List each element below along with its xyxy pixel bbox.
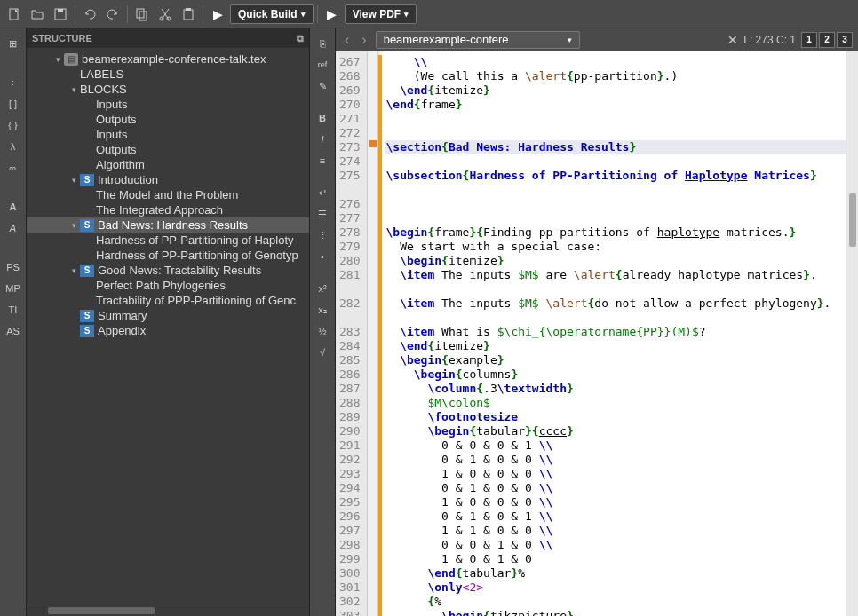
tree-label: Inputs	[96, 128, 127, 141]
main-area: ⊞ ÷ [ ] { } λ ∞ A A PS MP TI AS STRUCTUR…	[0, 28, 858, 616]
center-icon[interactable]: ≡	[313, 151, 332, 170]
list-icon[interactable]: ☰	[313, 204, 332, 224]
tree-label: Good News: Tractability Results	[98, 264, 261, 277]
italic-icon[interactable]: A	[4, 218, 23, 238]
tree-node[interactable]: Hardness of PP-Partitioning of Genotyp	[27, 248, 309, 263]
sec-icon: S	[80, 219, 94, 232]
tree-twisty[interactable]: ▾	[68, 176, 80, 185]
separator	[127, 5, 128, 23]
horizontal-scrollbar[interactable]	[27, 604, 309, 616]
tree-twisty[interactable]: ▾	[68, 221, 80, 230]
chevron-down-icon: ▾	[301, 10, 306, 19]
cut-icon[interactable]	[155, 4, 176, 25]
chevron-down-icon: ▾	[404, 10, 409, 19]
view-combo[interactable]: View PDF▾	[345, 4, 417, 24]
close-icon[interactable]: ✕	[727, 33, 738, 47]
tree-node[interactable]: Inputs	[27, 97, 309, 112]
sec-icon: S	[80, 265, 94, 277]
bracket-icon[interactable]: [ ]	[4, 94, 23, 114]
panel-title: STRUCTURE	[32, 33, 92, 43]
view-run-icon[interactable]: ▶	[322, 4, 343, 25]
tree-node[interactable]: Outputs	[27, 112, 309, 127]
vertical-toolbar: ⎘ ref ✎ B I ≡ ↵ ☰ ⋮ • x² x₂ ½ √	[309, 28, 336, 616]
nav-forward-icon[interactable]: ›	[358, 32, 369, 48]
left-symbol-bar: ⊞ ÷ [ ] { } λ ∞ A A PS MP TI AS	[0, 28, 27, 616]
tree-node[interactable]: Inputs	[27, 127, 309, 142]
new-file-icon[interactable]	[4, 4, 25, 25]
tree-node[interactable]: ▾BLOCKS	[27, 82, 309, 97]
tree-label: BLOCKS	[80, 83, 127, 96]
bold2-icon[interactable]: B	[313, 108, 332, 128]
code-editor[interactable]: 2672682692702712722732742752762772782792…	[336, 51, 858, 616]
separator	[203, 5, 203, 23]
view-1-button[interactable]: 1	[801, 32, 817, 48]
tree-label: LABELS	[80, 67, 123, 81]
tree-twisty[interactable]: ▾	[68, 266, 80, 275]
subscript-icon[interactable]: x₂	[313, 300, 332, 320]
frac2-icon[interactable]: ½	[313, 321, 332, 341]
svg-rect-8	[186, 8, 191, 11]
tree-twisty[interactable]: ▾	[52, 55, 64, 64]
tree-label: Introduction	[98, 173, 158, 186]
ti-icon[interactable]: TI	[4, 300, 23, 320]
item-icon[interactable]: •	[313, 247, 332, 266]
frac-icon[interactable]: ÷	[4, 73, 23, 92]
panel-detach-icon[interactable]: ⧉	[297, 33, 304, 44]
build-combo[interactable]: Quick Build▾	[230, 4, 314, 24]
file-tab[interactable]: beamerexample-confere▾	[376, 31, 580, 49]
tree-twisty[interactable]: ▾	[68, 85, 80, 94]
tree-label: Outputs	[96, 143, 137, 156]
superscript-icon[interactable]: x²	[313, 279, 332, 298]
newline-icon[interactable]: ↵	[313, 183, 332, 202]
sqrt-icon[interactable]: √	[313, 343, 332, 362]
part-icon[interactable]: ⊞	[4, 34, 23, 53]
tree-node[interactable]: SAppendix	[27, 323, 309, 338]
tree-node[interactable]: Tractability of PPP-Partitioning of Genc	[27, 293, 309, 308]
paste-icon[interactable]	[178, 4, 199, 25]
label-icon[interactable]: ✎	[313, 76, 332, 96]
tree-label: Appendix	[98, 324, 146, 337]
tree-node[interactable]: SSummary	[27, 308, 309, 323]
save-icon[interactable]	[50, 4, 71, 25]
structure-tree[interactable]: ▾▤beamerexample-conference-talk.texLABEL…	[27, 48, 309, 604]
nav-back-icon[interactable]: ‹	[341, 32, 353, 48]
infinity-icon[interactable]: ∞	[4, 158, 23, 178]
tree-node[interactable]: ▾▤beamerexample-conference-talk.tex	[27, 51, 309, 67]
tree-node[interactable]: ▾SBad News: Hardness Results	[27, 217, 309, 233]
tree-node[interactable]: Algorithm	[27, 157, 309, 172]
view-3-button[interactable]: 3	[837, 32, 853, 48]
lambda-icon[interactable]: λ	[4, 137, 23, 156]
tree-node[interactable]: The Model and the Problem	[27, 187, 309, 202]
tree-node[interactable]: Perfect Path Phylogenies	[27, 278, 309, 293]
svg-point-5	[160, 17, 163, 20]
source-text[interactable]: \\ (We call this a \alert{pp-partition}.…	[382, 51, 846, 616]
ps-icon[interactable]: PS	[4, 257, 23, 277]
open-file-icon[interactable]	[27, 4, 48, 25]
file-icon: ▤	[64, 53, 78, 66]
view-2-button[interactable]: 2	[819, 32, 835, 48]
tree-node[interactable]: Hardness of PP-Partitioning of Haploty	[27, 233, 309, 248]
vertical-scrollbar[interactable]	[846, 51, 858, 616]
enum-icon[interactable]: ⋮	[313, 225, 332, 245]
as-icon[interactable]: AS	[4, 321, 23, 341]
tree-node[interactable]: The Integrated Approach	[27, 202, 309, 217]
tree-label: Inputs	[96, 98, 127, 111]
tree-label: Summary	[98, 309, 147, 322]
tex-icon[interactable]: ⎘	[313, 34, 332, 53]
mp-icon[interactable]: MP	[4, 279, 23, 298]
tree-node[interactable]: ▾SGood News: Tractability Results	[27, 263, 309, 278]
redo-icon[interactable]	[102, 4, 123, 25]
svg-rect-3	[137, 9, 144, 18]
run-icon[interactable]: ▶	[207, 4, 228, 25]
undo-icon[interactable]	[79, 4, 100, 25]
sec-icon: S	[80, 310, 94, 322]
tree-node[interactable]: ▾SIntroduction	[27, 172, 309, 187]
tree-node[interactable]: LABELS	[27, 67, 309, 82]
tree-node[interactable]: Outputs	[27, 142, 309, 157]
bold-icon[interactable]: A	[4, 197, 23, 217]
marker-column	[368, 51, 378, 616]
copy-icon[interactable]	[131, 4, 153, 25]
brace-icon[interactable]: { }	[4, 115, 23, 135]
ref-icon[interactable]: ref	[313, 55, 332, 75]
italic2-icon[interactable]: I	[313, 130, 332, 149]
